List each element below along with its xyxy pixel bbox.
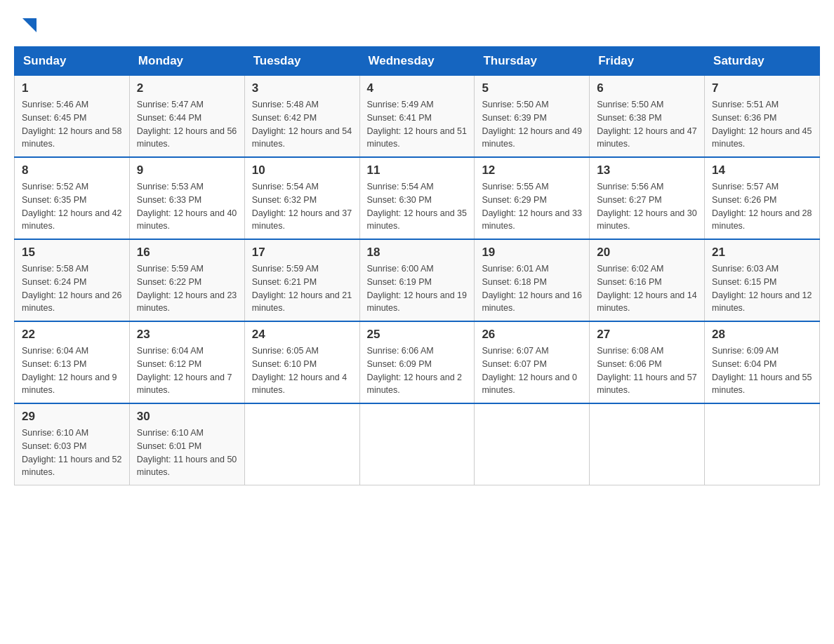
calendar-cell: 5Sunrise: 5:50 AMSunset: 6:39 PMDaylight… <box>475 76 590 158</box>
day-info: Sunrise: 5:59 AMSunset: 6:22 PMDaylight:… <box>137 262 237 315</box>
calendar-cell: 15Sunrise: 5:58 AMSunset: 6:24 PMDayligh… <box>15 239 130 321</box>
day-number: 5 <box>482 81 582 95</box>
day-number: 17 <box>252 246 352 260</box>
day-info: Sunrise: 6:08 AMSunset: 6:06 PMDaylight:… <box>597 344 697 397</box>
day-number: 28 <box>712 328 812 342</box>
calendar-cell: 26Sunrise: 6:07 AMSunset: 6:07 PMDayligh… <box>475 321 590 403</box>
calendar-week-row: 15Sunrise: 5:58 AMSunset: 6:24 PMDayligh… <box>15 239 820 321</box>
calendar-cell <box>590 403 705 485</box>
calendar-week-row: 1Sunrise: 5:46 AMSunset: 6:45 PMDaylight… <box>15 76 820 158</box>
calendar-cell: 22Sunrise: 6:04 AMSunset: 6:13 PMDayligh… <box>15 321 130 403</box>
day-info: Sunrise: 6:04 AMSunset: 6:13 PMDaylight:… <box>22 344 122 397</box>
calendar-week-row: 8Sunrise: 5:52 AMSunset: 6:35 PMDaylight… <box>15 157 820 239</box>
day-number: 20 <box>597 246 697 260</box>
day-header-sunday: Sunday <box>15 47 130 76</box>
calendar-cell: 24Sunrise: 6:05 AMSunset: 6:10 PMDayligh… <box>244 321 359 403</box>
calendar-cell: 1Sunrise: 5:46 AMSunset: 6:45 PMDaylight… <box>15 76 130 158</box>
day-info: Sunrise: 5:56 AMSunset: 6:27 PMDaylight:… <box>597 180 697 233</box>
calendar-cell: 14Sunrise: 5:57 AMSunset: 6:26 PMDayligh… <box>705 157 820 239</box>
day-info: Sunrise: 5:54 AMSunset: 6:30 PMDaylight:… <box>367 180 468 233</box>
day-info: Sunrise: 6:04 AMSunset: 6:12 PMDaylight:… <box>137 344 237 397</box>
day-number: 14 <box>712 163 812 177</box>
logo-arrow-icon <box>22 18 37 32</box>
calendar-cell: 10Sunrise: 5:54 AMSunset: 6:32 PMDayligh… <box>244 157 359 239</box>
day-number: 6 <box>597 81 697 95</box>
day-info: Sunrise: 5:46 AMSunset: 6:45 PMDaylight:… <box>22 98 122 151</box>
calendar-week-row: 29Sunrise: 6:10 AMSunset: 6:03 PMDayligh… <box>15 403 820 485</box>
day-info: Sunrise: 6:00 AMSunset: 6:19 PMDaylight:… <box>367 262 468 315</box>
logo <box>21 21 37 32</box>
day-info: Sunrise: 5:52 AMSunset: 6:35 PMDaylight:… <box>22 180 122 233</box>
day-number: 23 <box>137 328 237 342</box>
day-number: 29 <box>22 410 122 424</box>
calendar-cell: 25Sunrise: 6:06 AMSunset: 6:09 PMDayligh… <box>359 321 475 403</box>
day-header-monday: Monday <box>129 47 244 76</box>
day-info: Sunrise: 5:48 AMSunset: 6:42 PMDaylight:… <box>252 98 352 151</box>
calendar-cell: 18Sunrise: 6:00 AMSunset: 6:19 PMDayligh… <box>359 239 475 321</box>
calendar-cell: 12Sunrise: 5:55 AMSunset: 6:29 PMDayligh… <box>475 157 590 239</box>
day-info: Sunrise: 5:47 AMSunset: 6:44 PMDaylight:… <box>137 98 237 151</box>
calendar-week-row: 22Sunrise: 6:04 AMSunset: 6:13 PMDayligh… <box>15 321 820 403</box>
day-number: 18 <box>367 246 468 260</box>
calendar-cell: 2Sunrise: 5:47 AMSunset: 6:44 PMDaylight… <box>129 76 244 158</box>
day-info: Sunrise: 6:01 AMSunset: 6:18 PMDaylight:… <box>482 262 582 315</box>
day-number: 27 <box>597 328 697 342</box>
day-info: Sunrise: 5:54 AMSunset: 6:32 PMDaylight:… <box>252 180 352 233</box>
day-header-thursday: Thursday <box>475 47 590 76</box>
day-number: 26 <box>482 328 582 342</box>
day-info: Sunrise: 6:06 AMSunset: 6:09 PMDaylight:… <box>367 344 468 397</box>
day-number: 19 <box>482 246 582 260</box>
calendar-cell <box>244 403 359 485</box>
day-number: 25 <box>367 328 468 342</box>
day-header-wednesday: Wednesday <box>359 47 475 76</box>
day-number: 10 <box>252 163 352 177</box>
calendar-cell: 19Sunrise: 6:01 AMSunset: 6:18 PMDayligh… <box>475 239 590 321</box>
day-number: 9 <box>137 163 237 177</box>
day-number: 13 <box>597 163 697 177</box>
calendar-cell <box>705 403 820 485</box>
day-info: Sunrise: 5:58 AMSunset: 6:24 PMDaylight:… <box>22 262 122 315</box>
calendar-cell: 17Sunrise: 5:59 AMSunset: 6:21 PMDayligh… <box>244 239 359 321</box>
day-number: 21 <box>712 246 812 260</box>
page-header <box>14 14 820 32</box>
day-info: Sunrise: 6:09 AMSunset: 6:04 PMDaylight:… <box>712 344 812 397</box>
day-info: Sunrise: 5:57 AMSunset: 6:26 PMDaylight:… <box>712 180 812 233</box>
day-number: 15 <box>22 246 122 260</box>
day-header-friday: Friday <box>590 47 705 76</box>
calendar-cell: 28Sunrise: 6:09 AMSunset: 6:04 PMDayligh… <box>705 321 820 403</box>
day-number: 2 <box>137 81 237 95</box>
day-info: Sunrise: 5:53 AMSunset: 6:33 PMDaylight:… <box>137 180 237 233</box>
calendar-cell: 7Sunrise: 5:51 AMSunset: 6:36 PMDaylight… <box>705 76 820 158</box>
day-info: Sunrise: 5:55 AMSunset: 6:29 PMDaylight:… <box>482 180 582 233</box>
calendar-header-row: SundayMondayTuesdayWednesdayThursdayFrid… <box>15 47 820 76</box>
calendar-cell: 9Sunrise: 5:53 AMSunset: 6:33 PMDaylight… <box>129 157 244 239</box>
day-number: 24 <box>252 328 352 342</box>
day-info: Sunrise: 6:10 AMSunset: 6:01 PMDaylight:… <box>137 427 237 479</box>
calendar-cell: 6Sunrise: 5:50 AMSunset: 6:38 PMDaylight… <box>590 76 705 158</box>
calendar-table: SundayMondayTuesdayWednesdayThursdayFrid… <box>14 46 820 485</box>
calendar-cell: 30Sunrise: 6:10 AMSunset: 6:01 PMDayligh… <box>129 403 244 485</box>
calendar-cell: 3Sunrise: 5:48 AMSunset: 6:42 PMDaylight… <box>244 76 359 158</box>
day-number: 4 <box>367 81 468 95</box>
day-info: Sunrise: 5:50 AMSunset: 6:39 PMDaylight:… <box>482 98 582 151</box>
calendar-cell: 27Sunrise: 6:08 AMSunset: 6:06 PMDayligh… <box>590 321 705 403</box>
day-info: Sunrise: 6:02 AMSunset: 6:16 PMDaylight:… <box>597 262 697 315</box>
calendar-cell <box>359 403 475 485</box>
day-number: 16 <box>137 246 237 260</box>
day-header-tuesday: Tuesday <box>244 47 359 76</box>
day-number: 8 <box>22 163 122 177</box>
day-number: 1 <box>22 81 122 95</box>
day-info: Sunrise: 5:49 AMSunset: 6:41 PMDaylight:… <box>367 98 468 151</box>
calendar-cell: 20Sunrise: 6:02 AMSunset: 6:16 PMDayligh… <box>590 239 705 321</box>
day-info: Sunrise: 5:50 AMSunset: 6:38 PMDaylight:… <box>597 98 697 151</box>
day-number: 7 <box>712 81 812 95</box>
calendar-cell: 16Sunrise: 5:59 AMSunset: 6:22 PMDayligh… <box>129 239 244 321</box>
day-info: Sunrise: 6:03 AMSunset: 6:15 PMDaylight:… <box>712 262 812 315</box>
calendar-cell: 21Sunrise: 6:03 AMSunset: 6:15 PMDayligh… <box>705 239 820 321</box>
day-number: 12 <box>482 163 582 177</box>
day-info: Sunrise: 6:07 AMSunset: 6:07 PMDaylight:… <box>482 344 582 397</box>
day-info: Sunrise: 6:10 AMSunset: 6:03 PMDaylight:… <box>22 427 122 479</box>
day-number: 3 <box>252 81 352 95</box>
calendar-cell: 8Sunrise: 5:52 AMSunset: 6:35 PMDaylight… <box>15 157 130 239</box>
calendar-cell: 13Sunrise: 5:56 AMSunset: 6:27 PMDayligh… <box>590 157 705 239</box>
